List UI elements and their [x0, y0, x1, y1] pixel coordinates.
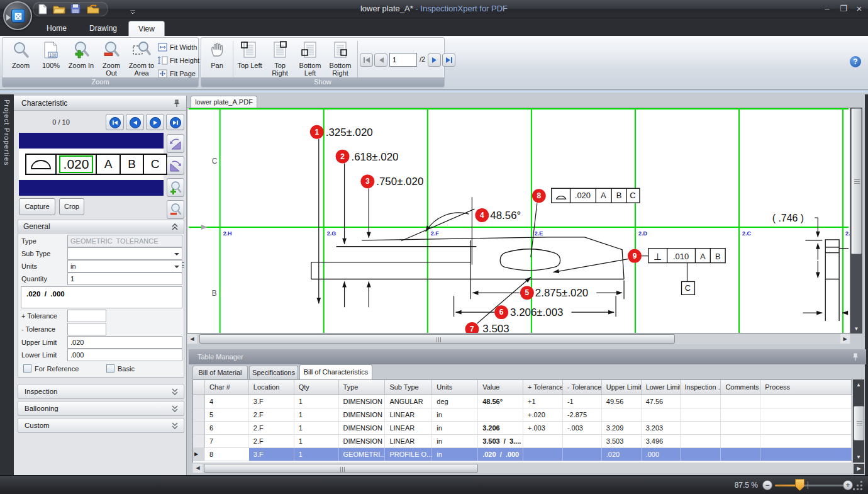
- last-page-button[interactable]: [442, 53, 455, 67]
- table-cell[interactable]: LINEAR: [385, 435, 432, 447]
- table-cell[interactable]: LINEAR: [385, 408, 432, 421]
- table-cell[interactable]: +.003: [523, 422, 563, 434]
- table-cell[interactable]: 3.203: [642, 422, 681, 434]
- table-cell[interactable]: 3.503 / 3....: [478, 435, 523, 447]
- dimension-text-2[interactable]: .618±.020: [351, 151, 398, 163]
- table-cell[interactable]: [760, 408, 852, 421]
- table-cell[interactable]: 48.56°: [478, 395, 523, 408]
- column-header[interactable]: Upper Limit: [602, 380, 642, 395]
- capture-button[interactable]: Capture: [19, 198, 55, 215]
- zoom-in-button[interactable]: Zoom In: [67, 40, 96, 77]
- column-header[interactable]: Char #: [205, 380, 249, 395]
- drawing-vertical-scrollbar[interactable]: ▼: [850, 108, 862, 334]
- maximize-button[interactable]: ❐: [837, 3, 850, 14]
- scroll-down-icon[interactable]: ▼: [853, 454, 864, 460]
- table-cell[interactable]: DIMENSION: [339, 435, 386, 447]
- zoom-100-button[interactable]: 100 100%: [36, 40, 65, 77]
- zoom-in-slider-button[interactable]: +: [843, 480, 853, 490]
- new-document-icon[interactable]: [38, 4, 49, 14]
- dimension-text-7[interactable]: 3.503: [482, 323, 509, 333]
- table-row[interactable]: 43.F1DIMENSIONANGULARdeg48.56°+1-149.564…: [193, 395, 852, 408]
- balloon-7[interactable]: 7: [465, 322, 479, 333]
- table-cell[interactable]: in: [432, 422, 478, 434]
- minus-tolerance-field[interactable]: [67, 323, 106, 335]
- app-logo-icon[interactable]: ⊠: [3, 1, 32, 30]
- pan-button[interactable]: Pan: [204, 40, 230, 77]
- previous-characteristic-button[interactable]: [126, 114, 144, 130]
- table-cell[interactable]: 5: [205, 408, 249, 421]
- table-cell[interactable]: DIMENSION: [339, 408, 386, 421]
- table-cell[interactable]: [681, 422, 721, 434]
- tab-bill-of-characteristics[interactable]: Bill of Characteristics: [299, 364, 372, 379]
- table-row[interactable]: 52.F1DIMENSIONLINEARin+.020-2.875: [193, 408, 852, 422]
- table-cell[interactable]: [681, 435, 721, 447]
- table-cell[interactable]: deg: [432, 395, 478, 408]
- dimension-text-6[interactable]: 3.206±.003: [510, 306, 563, 318]
- zoom-out-slider-button[interactable]: −: [762, 480, 772, 490]
- row-selector[interactable]: [193, 435, 205, 447]
- tab-view[interactable]: View: [128, 21, 165, 36]
- column-header[interactable]: Type: [339, 380, 386, 395]
- column-header[interactable]: + Tolerance: [523, 380, 563, 395]
- table-cell[interactable]: 3.F: [249, 448, 294, 461]
- zoom-slider-track[interactable]: [800, 485, 845, 486]
- tolerance-text-area[interactable]: .020 / .000: [21, 286, 182, 308]
- table-cell[interactable]: in: [432, 448, 478, 461]
- table-cell[interactable]: in: [432, 408, 478, 421]
- for-reference-checkbox[interactable]: [23, 364, 31, 373]
- fit-width-button[interactable]: Fit Width: [157, 41, 197, 53]
- table-cell[interactable]: 6: [205, 422, 249, 434]
- open-file-icon[interactable]: [53, 4, 64, 14]
- balloon-2[interactable]: 2: [336, 150, 350, 164]
- column-header[interactable]: Sub Type: [385, 380, 432, 395]
- inspection-section-header[interactable]: Inspection: [18, 384, 184, 399]
- balloon-4[interactable]: 4: [475, 208, 489, 222]
- table-cell[interactable]: [563, 435, 602, 447]
- reference-dimension-text[interactable]: ( .746 ): [772, 213, 804, 223]
- table-cell[interactable]: [721, 422, 760, 434]
- show-top-left-button[interactable]: Top Left: [235, 40, 264, 77]
- table-cell[interactable]: 1: [294, 435, 339, 447]
- general-section-header[interactable]: General: [18, 220, 184, 233]
- table-cell[interactable]: DIMENSION: [339, 395, 386, 408]
- horizontal-scrollbar-thumb[interactable]: [204, 464, 478, 473]
- table-cell[interactable]: 2.F: [249, 422, 294, 434]
- table-cell[interactable]: 4: [205, 395, 249, 408]
- first-page-button[interactable]: [360, 53, 373, 67]
- basic-checkbox[interactable]: [106, 364, 114, 373]
- rotate-ccw-button[interactable]: [167, 134, 184, 153]
- units-combo[interactable]: in: [67, 260, 182, 272]
- first-characteristic-button[interactable]: [106, 114, 124, 130]
- table-cell[interactable]: [721, 408, 760, 421]
- drawing-horizontal-scrollbar[interactable]: ◀ ▶: [187, 334, 850, 344]
- dimension-text-4[interactable]: 48.56°: [490, 210, 521, 222]
- table-cell[interactable]: [602, 408, 642, 421]
- fit-height-button[interactable]: Fit Height: [157, 54, 199, 67]
- pin-icon[interactable]: [852, 353, 859, 361]
- project-properties-strip[interactable]: Project Properties: [0, 94, 14, 475]
- balloon-9[interactable]: 9: [628, 249, 642, 263]
- scroll-up-icon[interactable]: ▲: [853, 382, 864, 388]
- table-cell[interactable]: in: [432, 435, 478, 447]
- table-row[interactable]: 62.F1DIMENSIONLINEARin3.206+.003-.0033.2…: [193, 422, 852, 435]
- table-cell[interactable]: [760, 395, 852, 408]
- tab-specifications[interactable]: Specifications: [249, 366, 298, 379]
- quantity-field[interactable]: 1: [67, 272, 182, 285]
- table-cell[interactable]: 47.56: [642, 395, 681, 408]
- dimension-text-5[interactable]: 2.875±.020: [535, 287, 588, 299]
- subtype-combo[interactable]: PROFILE OF A SURFACE: [67, 247, 182, 260]
- table-horizontal-scrollbar[interactable]: ◀ ▶: [192, 463, 864, 473]
- previous-page-button[interactable]: [374, 53, 387, 67]
- column-header[interactable]: Qty: [294, 380, 339, 395]
- row-selector[interactable]: [193, 408, 205, 421]
- table-cell[interactable]: +.020: [523, 408, 563, 421]
- table-cell[interactable]: [721, 448, 760, 461]
- column-header[interactable]: Process: [760, 380, 852, 395]
- table-cell[interactable]: [721, 395, 760, 408]
- column-header[interactable]: Comments: [721, 380, 760, 395]
- table-cell[interactable]: 3.496: [642, 435, 681, 447]
- column-header[interactable]: Lower Limit: [642, 380, 681, 395]
- table-cell[interactable]: [642, 408, 681, 421]
- balloon-5[interactable]: 5: [520, 286, 534, 300]
- table-cell[interactable]: [478, 408, 523, 421]
